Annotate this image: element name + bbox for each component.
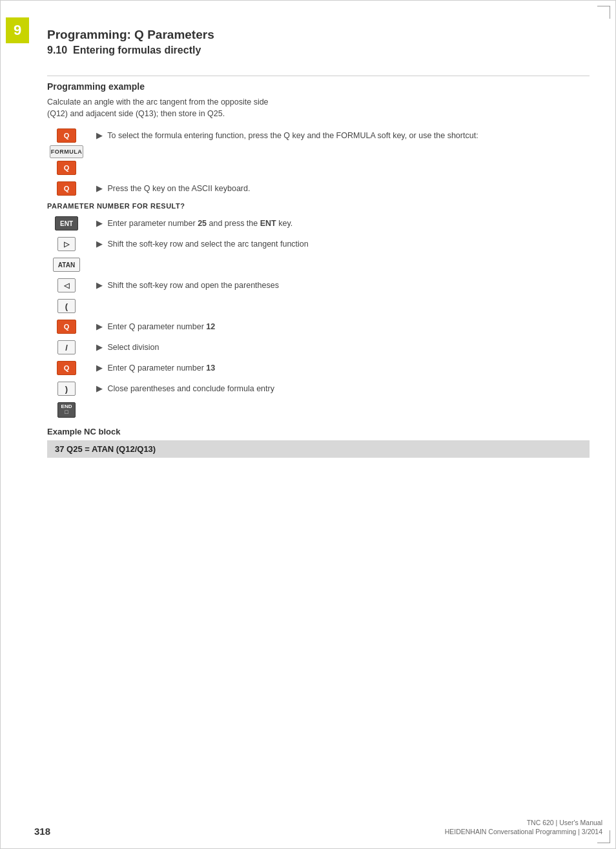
desc-formula-entry: ▶ To select the formula entering functio… bbox=[86, 128, 590, 141]
step-row-ent: ENT ▶ Enter parameter number 25 and pres… bbox=[47, 216, 590, 230]
param-number-header: PARAMETER NUMBER FOR RESULT? bbox=[47, 202, 590, 210]
example-nc-code: 37 Q25 = ATAN (Q12/Q13) bbox=[47, 440, 590, 458]
main-content: Programming: Q Parameters 9.10 Entering … bbox=[34, 1, 615, 484]
example-nc-label: Example NC block bbox=[47, 427, 590, 436]
intro-text: Calculate an angle with the arc tangent … bbox=[47, 97, 590, 119]
key-end-label2: □ bbox=[65, 409, 68, 416]
desc-shift-left: ▶ Shift the soft-key row and open the pa… bbox=[86, 278, 590, 291]
key-col-q12: Q bbox=[47, 320, 86, 334]
step-row-q12: Q ▶ Enter Q parameter number 12 bbox=[47, 320, 590, 334]
key-arrow-right: ▷ bbox=[57, 237, 76, 251]
key-slash: / bbox=[57, 340, 76, 354]
key-ent: ENT bbox=[55, 216, 78, 230]
desc-close-paren: ▶ Close parentheses and conclude formula… bbox=[86, 382, 590, 394]
step-row-end: END □ bbox=[47, 402, 590, 418]
q12-number: 12 bbox=[206, 322, 215, 331]
key-q-1: Q bbox=[57, 128, 76, 143]
programming-example-heading: Programming example bbox=[47, 81, 590, 92]
step-row-formula-entry: Q FORMULA Q ▶ To select the formula ente… bbox=[47, 128, 590, 175]
key-col-ent: ENT bbox=[47, 216, 86, 230]
section-title: 9.10 Entering formulas directly bbox=[47, 45, 590, 56]
ent-bold: ENT bbox=[260, 219, 276, 228]
arrow-icon-1: ▶ bbox=[96, 131, 103, 140]
footer-right: TNC 620 | User's Manual HEIDENHAIN Conve… bbox=[445, 818, 602, 837]
desc-atan-empty bbox=[86, 258, 590, 259]
chapter-number: 9 bbox=[6, 17, 29, 43]
step-row-close-paren: ) ▶ Close parentheses and conclude formu… bbox=[47, 382, 590, 396]
key-col-slash: / bbox=[47, 340, 86, 354]
step-row-q-ascii: Q ▶ Press the Q key on the ASCII keyboar… bbox=[47, 181, 590, 196]
desc-end-empty bbox=[86, 402, 590, 404]
footer-line1: TNC 620 | User's Manual bbox=[445, 818, 602, 828]
section-heading-text: Entering formulas directly bbox=[73, 45, 201, 56]
step-row-q13: Q ▶ Enter Q parameter number 13 bbox=[47, 361, 590, 375]
arrow-icon-division: ▶ bbox=[96, 343, 103, 352]
divider bbox=[47, 76, 590, 76]
arrow-icon-shift-left: ▶ bbox=[96, 281, 103, 290]
intro-line2: (Q12) and adjacent side (Q13); then stor… bbox=[47, 109, 225, 118]
desc-shift-right: ▶ Shift the soft-key row and select the … bbox=[86, 237, 590, 250]
page-container: 9 Programming: Q Parameters 9.10 Enterin… bbox=[0, 0, 616, 849]
key-col-formula: Q FORMULA Q bbox=[47, 128, 86, 175]
key-paren-close: ) bbox=[57, 382, 76, 396]
desc-paren-open-empty bbox=[86, 299, 590, 300]
page-footer: 318 TNC 620 | User's Manual HEIDENHAIN C… bbox=[34, 818, 602, 837]
intro-line1: Calculate an angle with the arc tangent … bbox=[47, 97, 269, 107]
key-col-arrow-left: ◁ bbox=[47, 278, 86, 292]
key-atan: ATAN bbox=[53, 258, 80, 272]
arrow-icon-ent: ▶ bbox=[96, 219, 103, 228]
section-number: 9.10 bbox=[47, 45, 67, 56]
key-col-end: END □ bbox=[47, 402, 86, 418]
arrow-icon-2: ▶ bbox=[96, 184, 103, 193]
key-col-paren-open: ( bbox=[47, 299, 86, 313]
key-formula: FORMULA bbox=[50, 145, 83, 158]
key-q-13: Q bbox=[57, 361, 76, 375]
desc-ent: ▶ Enter parameter number 25 and press th… bbox=[86, 216, 590, 229]
desc-q13: ▶ Enter Q parameter number 13 bbox=[86, 361, 590, 374]
key-col-q-ascii: Q bbox=[47, 181, 86, 196]
chapter-title: Programming: Q Parameters bbox=[47, 14, 590, 42]
key-col-atan: ATAN bbox=[47, 258, 86, 272]
arrow-icon-close-paren: ▶ bbox=[96, 384, 103, 393]
step-row-division: / ▶ Select division bbox=[47, 340, 590, 354]
key-q-12: Q bbox=[57, 320, 76, 334]
key-col-q13: Q bbox=[47, 361, 86, 375]
key-q-2: Q bbox=[57, 161, 76, 175]
key-col-paren-close: ) bbox=[47, 382, 86, 396]
key-col-arrow-right: ▷ bbox=[47, 237, 86, 251]
step-row-shift-left: ◁ ▶ Shift the soft-key row and open the … bbox=[47, 278, 590, 292]
footer-line2: HEIDENHAIN Conversational Programming | … bbox=[445, 827, 602, 837]
step-row-atan: ATAN bbox=[47, 258, 590, 272]
key-end: END □ bbox=[57, 402, 76, 418]
desc-q-ascii: ▶ Press the Q key on the ASCII keyboard. bbox=[86, 181, 590, 194]
page-number: 318 bbox=[34, 826, 50, 837]
desc-division: ▶ Select division bbox=[86, 340, 590, 353]
param-number-value: 25 bbox=[198, 219, 207, 228]
step-row-paren-open: ( bbox=[47, 299, 590, 313]
step-row-shift-right: ▷ ▶ Shift the soft-key row and select th… bbox=[47, 237, 590, 251]
key-arrow-left: ◁ bbox=[57, 278, 76, 292]
arrow-icon-q13: ▶ bbox=[96, 363, 103, 373]
arrow-icon-q12: ▶ bbox=[96, 322, 103, 331]
key-q-ascii: Q bbox=[57, 181, 76, 196]
desc-q12: ▶ Enter Q parameter number 12 bbox=[86, 320, 590, 332]
arrow-icon-shift-right: ▶ bbox=[96, 240, 103, 249]
chapter-sidebar: 9 bbox=[1, 1, 34, 848]
key-paren-open: ( bbox=[57, 299, 76, 313]
q13-number: 13 bbox=[206, 363, 215, 373]
